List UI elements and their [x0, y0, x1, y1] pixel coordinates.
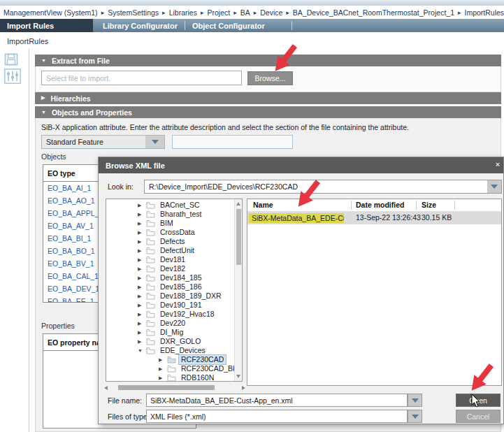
tree-item[interactable]: ▶RDB160N	[106, 373, 233, 382]
close-icon[interactable]: ×	[494, 160, 502, 168]
tree-item[interactable]: ▶BACnet_SC	[106, 201, 233, 210]
column-divider[interactable]	[416, 201, 417, 210]
chevron-right-icon[interactable]: ▶	[159, 373, 167, 382]
files-of-type-input[interactable]	[146, 410, 408, 423]
chevron-right-icon[interactable]: ▶	[138, 228, 146, 237]
file-name-input[interactable]	[146, 394, 408, 407]
attribute-value-input[interactable]	[172, 135, 293, 149]
folder-icon	[146, 210, 155, 218]
scroll-right-icon[interactable]	[242, 386, 245, 390]
scrollbar-thumb[interactable]	[236, 209, 241, 265]
chevron-right-icon[interactable]: ▶	[138, 237, 146, 246]
tree-item[interactable]: ▶Dev188_189_DXR	[106, 291, 233, 301]
chevron-right-icon[interactable]: ▶	[138, 246, 146, 255]
tree-item[interactable]: ▶CrossData	[106, 228, 233, 237]
breadcrumb-item[interactable]: SystemSettings	[108, 8, 159, 17]
file-date-cell: 13-Sep-22 13:26:43	[356, 213, 421, 222]
section-title: Hierarchies	[50, 94, 90, 103]
chevron-right-icon[interactable]: ▶	[138, 219, 146, 228]
chevron-down-icon[interactable]	[487, 180, 501, 193]
folder-icon	[146, 274, 155, 282]
files-of-type-dropdown-button[interactable]	[408, 410, 422, 423]
tree-item[interactable]: ▶RCF230CAD	[106, 355, 233, 364]
tree-item[interactable]: ▶Dev220	[106, 319, 233, 328]
tree-horizontal-scrollbar[interactable]	[103, 384, 247, 391]
folder-icon	[146, 310, 155, 318]
tree-item[interactable]: ▶Dev190_191	[106, 301, 233, 310]
column-header-date-modified[interactable]: Date modified	[356, 201, 404, 209]
scrollbar-thumb[interactable]	[118, 385, 215, 390]
tree-item[interactable]: ▶BIM	[106, 219, 233, 228]
tree-item[interactable]: ▶Defects	[106, 237, 233, 246]
sliders-icon[interactable]	[4, 69, 21, 87]
tree-item[interactable]: ▶RCF230CAD_Bkp	[106, 364, 233, 373]
tree-item[interactable]: ▶DXR_GOLO	[106, 337, 233, 346]
tab-library-configurator[interactable]: Library Configurator	[96, 19, 185, 32]
section-header-extract-from-file[interactable]: ▼ Extract from File	[35, 55, 501, 66]
tree-item[interactable]: ▶DI_Mig	[106, 328, 233, 337]
column-header-name[interactable]: Name	[253, 201, 273, 209]
breadcrumb-item[interactable]: BA_Device_BACnet_RoomThermostat_Project_…	[293, 8, 454, 17]
breadcrumb-separator-icon: ▸	[201, 9, 204, 16]
section-header-objects-and-properties[interactable]: ▼ Objects and Properties	[35, 106, 501, 118]
chevron-down-icon[interactable]	[145, 136, 164, 148]
tab-divider	[291, 21, 292, 30]
chevron-right-icon[interactable]: ▶	[138, 273, 146, 282]
left-toolbar	[0, 49, 29, 432]
breadcrumb-item[interactable]: Project	[207, 8, 230, 17]
column-header-size[interactable]: Size	[422, 201, 436, 209]
chevron-down-icon[interactable]: ▼	[138, 346, 146, 355]
section-header-hierarchies[interactable]: ▶ Hierarchies	[35, 92, 501, 104]
scroll-left-icon[interactable]	[104, 386, 108, 390]
chevron-right-icon[interactable]: ▶	[138, 328, 146, 337]
chevron-right-icon[interactable]: ▶	[138, 301, 146, 310]
breadcrumb-item[interactable]: Device	[260, 8, 282, 17]
breadcrumb-item[interactable]: BA	[240, 8, 250, 17]
column-divider[interactable]	[454, 201, 455, 210]
folder-icon	[146, 347, 155, 354]
tab-import-rules[interactable]: Import Rules	[0, 19, 93, 32]
file-name-cell[interactable]: SiBX-MetaData_BA_EDE-Cus...	[249, 213, 344, 223]
chevron-right-icon[interactable]: ▶	[138, 210, 146, 219]
chevron-right-icon[interactable]: ▶	[159, 364, 167, 373]
file-list-panel: Name Date modified Size SiBX-MetaData_BA…	[247, 199, 502, 386]
tree-item[interactable]: ▶Dev192_Hvac18	[106, 310, 233, 319]
chevron-right-icon[interactable]: ▶	[138, 310, 146, 319]
tree-item[interactable]: ▶DefectUnit	[106, 246, 233, 255]
attribute-description-text: SiB-X application attribute. Enter the a…	[41, 123, 409, 131]
tree-item[interactable]: ▶Dev184_185	[106, 273, 233, 282]
dialog-titlebar[interactable]: Browse XML file ×	[99, 157, 503, 173]
tree-item-label: DXR_GOLO	[158, 337, 203, 346]
chevron-right-icon[interactable]: ▶	[138, 291, 146, 301]
section-title: Objects and Properties	[52, 108, 132, 117]
breadcrumb-item[interactable]: Libraries	[169, 8, 197, 17]
tree-item[interactable]: ▶Dev181	[106, 255, 233, 264]
browse-button[interactable]: Browse...	[247, 71, 293, 85]
feature-dropdown[interactable]: Standard Feature	[41, 135, 165, 149]
column-divider[interactable]	[351, 201, 352, 210]
file-row[interactable]: SiBX-MetaData_BA_EDE-Cus...13-Sep-22 13:…	[247, 212, 501, 224]
chevron-right-icon[interactable]: ▶	[138, 201, 146, 210]
breadcrumb-item[interactable]: ImportRules	[465, 8, 504, 17]
file-to-import-input[interactable]	[41, 71, 242, 85]
tree-item[interactable]: ▶Dev185_186	[106, 282, 233, 291]
chevron-right-icon[interactable]: ▶	[159, 355, 167, 364]
folder-icon	[167, 365, 176, 373]
scroll-up-icon[interactable]	[236, 202, 240, 206]
breadcrumb-item[interactable]: ManagementView (System1)	[3, 8, 98, 17]
chevron-right-icon[interactable]: ▶	[138, 264, 146, 273]
tree-vertical-scrollbar[interactable]	[234, 199, 242, 381]
tree-item[interactable]: ▶Bharath_test	[106, 210, 233, 219]
chevron-right-icon[interactable]: ▶	[138, 255, 146, 264]
cancel-button[interactable]: Cancel	[456, 410, 501, 423]
tab-object-configurator[interactable]: Object Configurator	[185, 19, 272, 32]
breadcrumb-separator-icon: ▸	[286, 9, 289, 16]
chevron-right-icon[interactable]: ▶	[138, 337, 146, 346]
file-name-dropdown-button[interactable]	[408, 394, 422, 407]
tree-item[interactable]: ▼EDE_Devices	[106, 346, 233, 355]
chevron-right-icon[interactable]: ▶	[138, 282, 146, 291]
chevron-right-icon[interactable]: ▶	[138, 319, 146, 328]
scroll-down-icon[interactable]	[236, 375, 240, 378]
tree-item[interactable]: ▶Dev182	[106, 264, 233, 273]
save-icon[interactable]	[4, 53, 18, 69]
